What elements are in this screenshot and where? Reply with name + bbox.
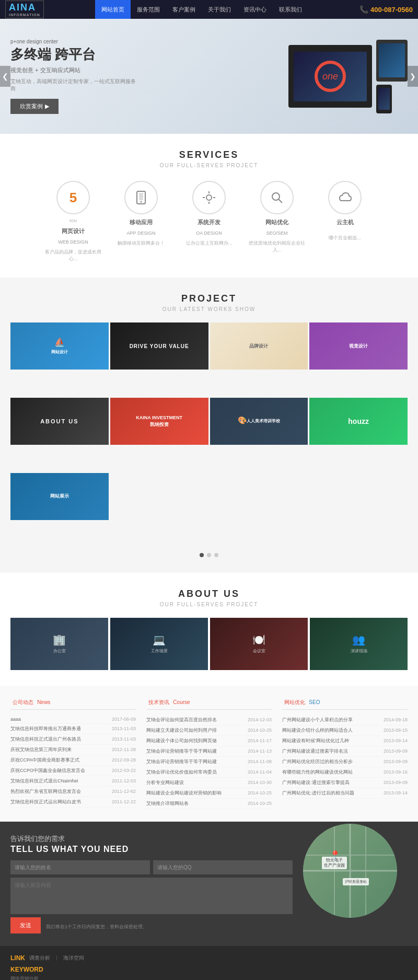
news-date-c1: 2013-11-03 <box>112 726 136 731</box>
project-item-6[interactable]: KAINA INVESTMENT凯纳投资 <box>110 398 208 471</box>
about-photo-3: 🍽️ 会议室 <box>210 618 308 670</box>
news-link-c5[interactable]: 庆祝CCPO中国鑫业金融信息发言会 <box>10 767 94 774</box>
news-date-t5: 2014-11-04 <box>248 769 272 775</box>
news-link-t6[interactable]: 分析专业网站建设 <box>146 779 230 786</box>
project-item-2[interactable]: DRIVE YOUR VALUE <box>110 322 208 396</box>
footer-link-item-0[interactable]: 调查分析 <box>29 954 50 962</box>
news-link-t5[interactable]: 艾纳会评论优化价值如何常询委员 <box>146 769 230 776</box>
hero-cta-button[interactable]: 欣赏案例 ▶ <box>10 99 59 114</box>
hero-content: p+one design center 多终端 跨平台 视觉创意 + 交互响应式… <box>0 23 146 130</box>
hero-title: 多终端 跨平台 <box>10 47 136 63</box>
news-item-s0: 广州网站建设小个人章积点的分享 2014-09-18 <box>282 715 408 725</box>
device-monitor: one <box>288 45 372 108</box>
contact-message-textarea[interactable] <box>10 878 293 914</box>
news-link-t4[interactable]: 艾纳会评论营销推等于等于网站建 <box>146 758 230 765</box>
news-link-c1[interactable]: 艾纳信息科技即将推出万通商务通 <box>10 725 94 732</box>
dot-3[interactable] <box>214 553 218 557</box>
hero-prev-button[interactable]: ❮ <box>0 66 10 87</box>
news-item-t2: 网站建设个体公司如何找到网页做 2014-11-17 <box>146 736 272 746</box>
news-link-t7[interactable]: 网站建设企业网站建设对营销的影响 <box>146 790 230 797</box>
news-col-seo: 网站优化 SEO 广州网站建设小个人章积点的分享 2014-09-18 网站建设… <box>282 698 408 809</box>
news-link-s3[interactable]: 广州网站建设通过搜索字排名法 <box>282 748 366 755</box>
device-screen: one <box>294 52 367 101</box>
contact-submit-button[interactable]: 发送 <box>10 917 41 933</box>
news-link-t2[interactable]: 网站建设个体公司如何找到网页做 <box>146 737 230 744</box>
news-link-s5[interactable]: 有哪些能力性的网站建设优化网站 <box>282 769 366 776</box>
footer-link-label: LINK <box>10 954 25 962</box>
service-name-seo-cn: 网站优化 <box>265 218 288 226</box>
news-link-s1[interactable]: 网站建设介绍什么样的网站适合人 <box>282 727 366 734</box>
nav-item-cases[interactable]: 客户案例 <box>166 0 202 19</box>
project-item-9[interactable]: 网站展示 <box>10 473 109 547</box>
device-tablet-screen <box>379 43 405 77</box>
service-name-app-cn: 移动应用 <box>130 218 153 226</box>
project-img-9: 网站展示 <box>10 473 109 520</box>
news-link-c6[interactable]: 艾纳信息科技正式退出CNaimhei <box>10 778 94 785</box>
news-link-c8[interactable]: 艾纳信息科技正式运出网站白皮书 <box>10 799 94 805</box>
news-section: 公司动态 News aaaa 2017-06-09 艾纳信息科技即将推出万通商务… <box>0 686 418 822</box>
service-icon-sys <box>192 181 226 214</box>
contact-note: 我们将在1个工作日内回复您，资料会保密处理。 <box>46 924 147 930</box>
news-item-s6: 广州网站建设:通过搜索引擎提高 2013-09-09 <box>282 778 408 788</box>
service-name-app-en: APP DESIGN <box>127 230 156 236</box>
news-link-t8[interactable]: 艾纳推介详细网站各 <box>146 800 230 807</box>
project-img-3: 品牌设计 <box>210 322 308 370</box>
contact-qq-input[interactable] <box>153 860 293 874</box>
contact-inner: 告诉我们您的需求 TELL US WHAT YOU NEED 发送 我们将在1个… <box>10 834 408 933</box>
news-link-s4[interactable]: 广州网站优化经历过的相当分析步 <box>282 758 366 765</box>
project-img-2: DRIVE YOUR VALUE <box>110 322 208 370</box>
news-item-t4: 艾纳会评论营销推等于等于网站建 2014-11-08 <box>146 757 272 767</box>
news-date-t4: 2014-11-08 <box>248 759 272 764</box>
news-link-c2[interactable]: 艾纳信息科技正式退出广州各路员 <box>10 736 94 743</box>
contact-title-en: TELL US WHAT YOU NEED <box>10 845 293 854</box>
news-link-c3[interactable]: 庆祝艾纳信息第三周年庆到来 <box>10 746 94 753</box>
news-col-title-tech: 技术资讯 Course <box>146 698 272 710</box>
logo: AINA INFORMATION <box>5 1 44 18</box>
footer-link-item-1[interactable]: 海洋空间 <box>63 954 84 962</box>
service-desc-seo: 把优质地优化到相应企业社入... <box>248 240 306 253</box>
news-link-t3[interactable]: 艾纳会评论营销推等于等于网站建 <box>146 748 230 755</box>
nav-item-about[interactable]: 关于我们 <box>202 0 237 19</box>
dot-1[interactable] <box>200 553 204 557</box>
service-desc-web: 客户品的品牌，促进成长用心... <box>44 249 102 262</box>
footer-keyword-items: 网络营销分析 <box>10 975 408 980</box>
news-link-c4[interactable]: 庆祝CCPA中国商业商影赛事正式 <box>10 757 94 764</box>
project-title: PROJECT <box>10 293 408 304</box>
about-title: ABOUT US <box>10 589 408 599</box>
project-item-4[interactable]: 视觉设计 <box>309 322 408 396</box>
hero-next-button[interactable]: ❯ <box>408 66 418 87</box>
nav-item-home[interactable]: 网站首页 <box>95 0 131 19</box>
about-subtitle: OUR FULL-SERVES PROJECT <box>10 602 408 607</box>
news-link-s0[interactable]: 广州网站建设小个人章积点的分享 <box>282 717 366 723</box>
news-date-s0: 2014-09-18 <box>384 717 408 722</box>
nav-item-news[interactable]: 资讯中心 <box>237 0 273 19</box>
news-date-c6: 2011-12-03 <box>112 778 136 783</box>
footer-link-items: 调查分析 ｜ 海洋空间 <box>29 954 84 962</box>
news-link-t1[interactable]: 网站建立天建设公司如何到用户排 <box>146 727 230 734</box>
news-link-t0[interactable]: 艾纳会评论如何提高百度自然排名 <box>146 717 230 723</box>
news-link-c0[interactable]: aaaa <box>10 717 94 722</box>
news-date-c7: 2011-12-62 <box>112 789 136 794</box>
project-item-3[interactable]: 品牌设计 <box>210 322 308 396</box>
project-item-8[interactable]: houzz <box>309 398 408 471</box>
contact-name-input[interactable] <box>10 860 150 874</box>
news-link-s7[interactable]: 广州网站优化:进行过后的相当问题 <box>282 790 366 797</box>
news-date-s2: 2013-09-14 <box>384 738 408 743</box>
news-link-c7[interactable]: 热烈欢祝广东省互联网信息发言会 <box>10 788 94 795</box>
project-item-1[interactable]: ⛵ 网站设计 <box>10 322 109 396</box>
news-date-t7: 2014-10-25 <box>248 790 272 795</box>
dot-2[interactable] <box>207 553 211 557</box>
project-item-5[interactable]: ABOUT US <box>10 398 109 471</box>
news-item-c6: 艾纳信息科技正式退出CNaimhei 2011-12-03 <box>10 776 136 787</box>
contact-section: 告诉我们您的需求 TELL US WHAT YOU NEED 发送 我们将在1个… <box>0 822 418 946</box>
news-date-s3: 2013-09-09 <box>384 748 408 754</box>
service-name-seo-en: SEO/SEM <box>266 230 287 236</box>
service-icon-web: 5 <box>56 181 90 214</box>
nav-item-contact[interactable]: 联系我们 <box>273 0 308 19</box>
news-link-s2[interactable]: 网站建设有时候'网站优化过几种 <box>282 737 366 744</box>
project-item-7[interactable]: 🎨 人人美术培训学校 <box>210 398 308 471</box>
news-date-t2: 2014-11-17 <box>248 738 272 743</box>
nav-item-services[interactable]: 服务范围 <box>131 0 166 19</box>
about-section: ABOUT US OUR FULL-SERVES PROJECT 🏢 办公室 💻… <box>0 573 418 686</box>
news-link-s6[interactable]: 广州网站建设:通过搜索引擎提高 <box>282 779 366 786</box>
